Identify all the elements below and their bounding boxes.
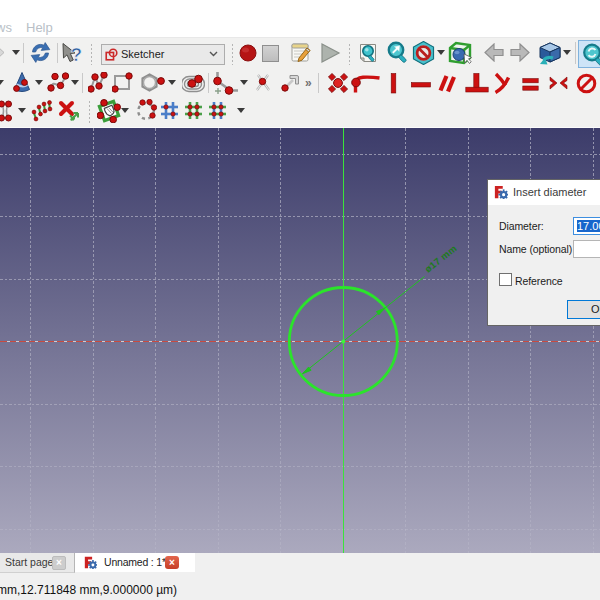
- svg-text:ø17 mm: ø17 mm: [422, 242, 458, 274]
- svg-text:?: ?: [71, 44, 83, 65]
